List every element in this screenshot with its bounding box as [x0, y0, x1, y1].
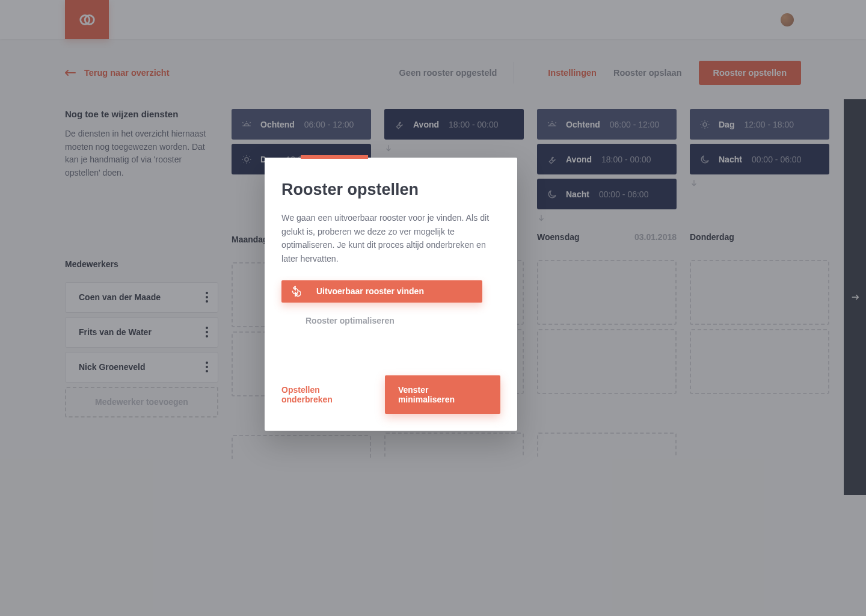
- find-roster-label: Uitvoerbaar rooster vinden: [316, 286, 424, 296]
- modal-accent-bar: [301, 155, 368, 159]
- refresh-icon: [290, 286, 301, 297]
- minimize-button[interactable]: Venster minimaliseren: [385, 375, 500, 414]
- modal-description: We gaan een uitvoerbaar rooster voor je …: [281, 211, 500, 266]
- modal-title: Rooster opstellen: [281, 180, 500, 199]
- optimize-roster-button[interactable]: Rooster optimaliseren: [281, 310, 500, 332]
- find-roster-button[interactable]: Uitvoerbaar rooster vinden: [281, 280, 482, 303]
- optimize-roster-label: Rooster optimaliseren: [306, 316, 395, 325]
- interrupt-link[interactable]: Opstellen onderbreken: [281, 385, 373, 404]
- create-roster-modal: Rooster opstellen We gaan een uitvoerbaa…: [265, 158, 517, 431]
